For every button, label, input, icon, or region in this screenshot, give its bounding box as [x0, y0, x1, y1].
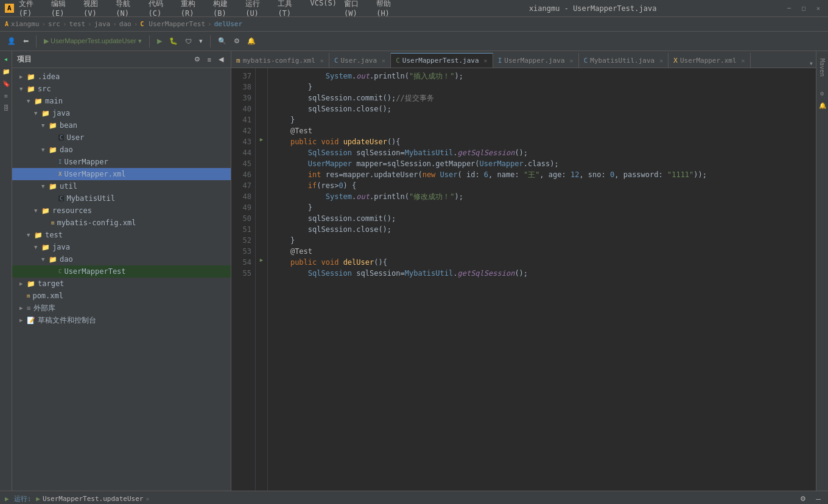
tree-item-mybatisutil[interactable]: C MybatisUtil	[12, 192, 231, 205]
folder-icon-java: 📁	[41, 110, 50, 117]
menu-run[interactable]: 运行(U)	[245, 0, 270, 18]
menu-code[interactable]: 代码(C)	[149, 0, 174, 18]
tab-close-usermapper[interactable]: ✕	[570, 57, 574, 64]
left-icon-structure[interactable]: ≡	[1, 90, 12, 101]
tree-item-usermappertest[interactable]: C UserMapperTest	[12, 265, 231, 278]
menu-help[interactable]: 帮助(H)	[376, 0, 401, 18]
right-icon-1[interactable]: ⚙	[817, 88, 828, 99]
bc-src[interactable]: src	[48, 20, 60, 28]
tree-item-pom[interactable]: m pom.xml	[12, 290, 231, 302]
toolbar-more-run[interactable]: ▾	[197, 36, 205, 46]
toolbar-nav-btn[interactable]: ⬅	[21, 36, 31, 46]
tree-item-external-libs[interactable]: ▶ ≡ 外部库	[12, 302, 231, 314]
bc-deluser[interactable]: delUser	[214, 20, 242, 28]
tree-arrow-target: ▶	[19, 281, 27, 287]
bc-test[interactable]: test	[69, 20, 86, 28]
project-hide[interactable]: ◀	[216, 54, 226, 65]
menu-edit[interactable]: 编辑(E)	[51, 0, 76, 18]
code-editor[interactable]: 37 38 39 40 41 42 43 44 45 46 47 48 49 5…	[231, 68, 816, 491]
run-close-btn[interactable]: ─	[813, 494, 823, 504]
project-settings[interactable]: ⚙	[192, 54, 203, 65]
code-content[interactable]: System.out.println("插入成功！"); } sqlSessio…	[268, 68, 816, 491]
menu-vcs[interactable]: VCS(S)	[310, 0, 337, 18]
tab-close-user[interactable]: ✕	[382, 57, 385, 64]
tab-mybatis-config[interactable]: m mybatis-config.xml ✕	[231, 53, 329, 68]
tree-item-util[interactable]: ▼ 📁 util	[12, 180, 231, 192]
tab-bar: m mybatis-config.xml ✕ C User.java ✕ C U…	[231, 51, 816, 68]
left-icon-db[interactable]: 🗄	[1, 102, 12, 113]
tab-more-button[interactable]: ▾	[807, 59, 816, 68]
tree-item-src[interactable]: ▼ 📁 src	[12, 83, 231, 95]
run-settings-btn[interactable]: ⚙	[798, 494, 809, 504]
tab-close-mybatis[interactable]: ✕	[320, 57, 324, 64]
toolbar-profile-btn[interactable]: 👤	[5, 36, 18, 46]
editor-gutter: ▶ ▶ System.out.println("插入成功！	[256, 68, 816, 491]
bc-xiangmu[interactable]: xiangmu	[11, 20, 39, 28]
window-controls[interactable]: ─ □ ✕	[784, 4, 823, 13]
tree-item-usermapper-xml[interactable]: X UserMapper.xml	[12, 168, 231, 180]
tree-item-bean[interactable]: ▼ 📁 bean	[12, 119, 231, 131]
tree-item-user[interactable]: C User	[12, 131, 231, 144]
tree-item-target[interactable]: ▶ 📁 target	[12, 278, 231, 290]
folder-icon-dao-test: 📁	[49, 256, 57, 264]
tree-item-usermapper-interface[interactable]: I UserMapper	[12, 156, 231, 168]
tree-item-java-test[interactable]: ▼ 📁 java	[12, 241, 231, 253]
tab-mybatisutil-java[interactable]: C MybatisUtil.java ✕	[579, 53, 669, 68]
right-icon-2[interactable]: 🔔	[817, 100, 828, 111]
toolbar-search-button[interactable]: 🔍	[216, 36, 229, 46]
tree-label-dao-test: dao	[60, 255, 73, 264]
tab-usermapper-java[interactable]: I UserMapper.java ✕	[493, 53, 579, 68]
menu-refactor[interactable]: 重构(R)	[181, 0, 206, 18]
minimize-button[interactable]: ─	[784, 4, 794, 13]
tab-usermapper-xml[interactable]: X UserMapper.xml ✕	[668, 53, 750, 68]
maven-panel-label[interactable]: Maven	[818, 54, 827, 82]
toolbar-settings-button[interactable]: ⚙	[231, 36, 242, 46]
left-icon-1[interactable]: ◀	[1, 54, 12, 65]
tab-close-usermapper-xml[interactable]: ✕	[742, 57, 745, 64]
toolbar-debug-button[interactable]: 🐛	[167, 36, 180, 46]
tab-close-mybatisutil[interactable]: ✕	[659, 57, 663, 64]
tab-label-usermappertest: UserMapperTest.java	[402, 57, 479, 65]
menu-nav[interactable]: 导航(N)	[116, 0, 141, 18]
tab-user-java[interactable]: C User.java ✕	[329, 53, 391, 68]
project-collapse-all[interactable]: ≡	[205, 55, 214, 65]
maximize-button[interactable]: □	[799, 4, 809, 13]
tree-label-test: test	[45, 231, 63, 239]
toolbar-run-button[interactable]: ▶	[155, 36, 164, 46]
menu-build[interactable]: 构建(B)	[213, 0, 238, 18]
close-button[interactable]: ✕	[813, 4, 823, 13]
toolbar-sep2	[149, 35, 150, 47]
toolbar-notifications[interactable]: 🔔	[245, 36, 258, 46]
menu-window[interactable]: 窗口(W)	[344, 0, 369, 18]
tree-item-idea[interactable]: ▶ 📁 .idea	[12, 71, 231, 83]
tree-item-test[interactable]: ▼ 📁 test	[12, 229, 231, 241]
menu-view[interactable]: 视图(V)	[83, 0, 108, 18]
left-icon-2[interactable]: 📁	[1, 66, 12, 77]
tree-item-main[interactable]: ▼ 📁 main	[12, 95, 231, 107]
tree-item-mybatis-config[interactable]: m mybatis-config.xml	[12, 217, 231, 229]
bc-usermappertest[interactable]: UserMapperTest	[149, 20, 205, 28]
tree-item-scratches[interactable]: ▶ 📝 草稿文件和控制台	[12, 314, 231, 326]
tab-usermappertest[interactable]: C UserMapperTest.java ✕	[391, 53, 493, 68]
menu-file[interactable]: 文件(F)	[19, 0, 44, 18]
tree-item-dao[interactable]: ▼ 📁 dao	[12, 144, 231, 156]
left-icon-bookmark[interactable]: 🔖	[1, 78, 12, 89]
run-tab-usermappertest[interactable]: ▶ UserMapperTest.updateUser ✕	[36, 495, 149, 503]
toolbar-coverage-button[interactable]: 🛡	[183, 37, 194, 46]
menu-tools[interactable]: 工具(T)	[278, 0, 303, 18]
menu-bar[interactable]: 文件(F) 编辑(E) 视图(V) 导航(N) 代码(C) 重构(R) 构建(B…	[19, 0, 402, 18]
toolbar-run-config[interactable]: ▶ UserMapperTest.updateUser ▾	[41, 36, 144, 46]
run-tab-close[interactable]: ✕	[146, 495, 149, 502]
tree-item-dao-test[interactable]: ▼ 📁 dao	[12, 253, 231, 265]
tree-arrow-dao: ▼	[41, 147, 49, 153]
bc-java[interactable]: java	[94, 20, 111, 28]
bc-dao[interactable]: dao	[119, 20, 132, 28]
tree-item-resources[interactable]: ▼ 📁 resources	[12, 205, 231, 217]
tree-arrow-dao-test: ▼	[41, 256, 49, 262]
tab-close-usermappertest[interactable]: ✕	[484, 57, 488, 64]
code-line-48: System.out.println("修改成功！");	[273, 191, 811, 202]
tree-label-main: main	[45, 97, 63, 105]
tree-item-java[interactable]: ▼ 📁 java	[12, 107, 231, 119]
run-tab-icon: ▶	[36, 495, 40, 503]
code-line-50: sqlSession.commit();	[273, 213, 811, 224]
